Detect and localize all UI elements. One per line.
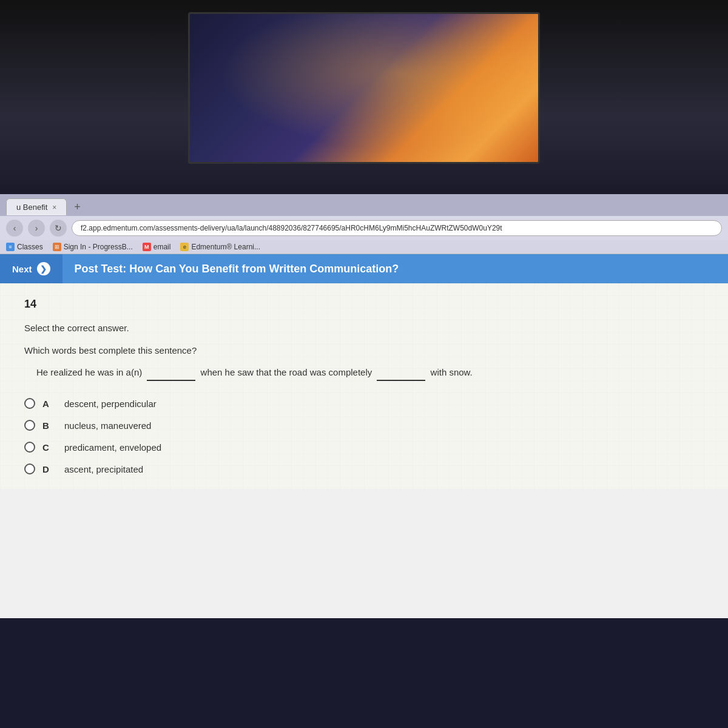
bookmark-classes-label: Classes <box>17 243 43 251</box>
bookmark-progress-label: Sign In - ProgressB... <box>64 243 133 251</box>
option-b-label: B <box>42 420 57 431</box>
bookmark-email-label: email <box>153 243 171 251</box>
edmentum-icon: e <box>180 243 189 251</box>
option-d[interactable]: D ascent, precipitated <box>24 463 704 474</box>
option-c[interactable]: C predicament, enveloped <box>24 442 704 453</box>
radio-c[interactable] <box>24 442 35 453</box>
radio-b[interactable] <box>24 420 35 431</box>
blank-2 <box>377 365 425 381</box>
option-a-text: descent, perpendicular <box>64 399 157 409</box>
classes-icon: ≡ <box>6 243 15 251</box>
radio-d[interactable] <box>24 463 35 474</box>
instruction-text: Select the correct answer. <box>24 323 704 333</box>
option-a-label: A <box>42 399 57 409</box>
blank-1 <box>147 365 195 381</box>
option-d-text: ascent, precipitated <box>64 464 143 474</box>
sentence-text: He realized he was in a(n) when he saw t… <box>24 365 704 381</box>
browser-chrome: u Benefit × + ‹ › ↻ f2.app.edmentum.com/… <box>0 194 728 254</box>
bookmark-edmentum-label: Edmentum® Learni... <box>191 243 260 251</box>
email-icon: M <box>143 243 151 251</box>
bookmark-progress[interactable]: ⊞ Sign In - ProgressB... <box>53 243 133 251</box>
option-d-label: D <box>42 464 57 474</box>
question-container: 14 Select the correct answer. Which word… <box>0 283 728 489</box>
tab-bar: u Benefit × + <box>0 194 728 216</box>
option-b[interactable]: B nucleus, maneuvered <box>24 420 704 431</box>
forward-button[interactable]: › <box>28 220 45 237</box>
next-button-label: Next <box>12 264 32 274</box>
bookmarks-bar: ≡ Classes ⊞ Sign In - ProgressB... M ema… <box>0 240 728 254</box>
radio-a[interactable] <box>24 398 35 409</box>
progress-icon: ⊞ <box>53 243 61 251</box>
back-button[interactable]: ‹ <box>6 220 23 237</box>
question-text: Which words best complete this sentence? <box>24 345 704 356</box>
address-bar-row: ‹ › ↻ f2.app.edmentum.com/assessments-de… <box>0 216 728 240</box>
new-tab-button[interactable]: + <box>69 201 86 214</box>
option-c-label: C <box>42 442 57 453</box>
page-title: Post Test: How Can You Benefit from Writ… <box>75 263 399 275</box>
tab-close-button[interactable]: × <box>52 203 56 212</box>
option-a[interactable]: A descent, perpendicular <box>24 398 704 409</box>
bookmark-edmentum[interactable]: e Edmentum® Learni... <box>180 243 260 251</box>
camera-display <box>0 0 728 194</box>
camera-screen <box>188 12 540 164</box>
question-number: 14 <box>24 298 704 311</box>
content-area: Next ❯ Post Test: How Can You Benefit fr… <box>0 254 728 618</box>
option-c-text: predicament, enveloped <box>64 442 161 453</box>
options-list: A descent, perpendicular B nucleus, mane… <box>24 398 704 474</box>
tab-label: u Benefit <box>16 203 47 212</box>
option-b-text: nucleus, maneuvered <box>64 420 151 431</box>
bookmark-email[interactable]: M email <box>143 243 171 251</box>
page-title-bar: Post Test: How Can You Benefit from Writ… <box>62 263 728 275</box>
browser-tab[interactable]: u Benefit × <box>6 198 67 215</box>
next-arrow-icon: ❯ <box>37 262 50 275</box>
refresh-button[interactable]: ↻ <box>50 220 67 237</box>
next-button[interactable]: Next ❯ <box>0 254 62 283</box>
address-bar[interactable]: f2.app.edmentum.com/assessments-delivery… <box>72 220 722 236</box>
bookmark-classes[interactable]: ≡ Classes <box>6 243 43 251</box>
top-action-bar: Next ❯ Post Test: How Can You Benefit fr… <box>0 254 728 283</box>
